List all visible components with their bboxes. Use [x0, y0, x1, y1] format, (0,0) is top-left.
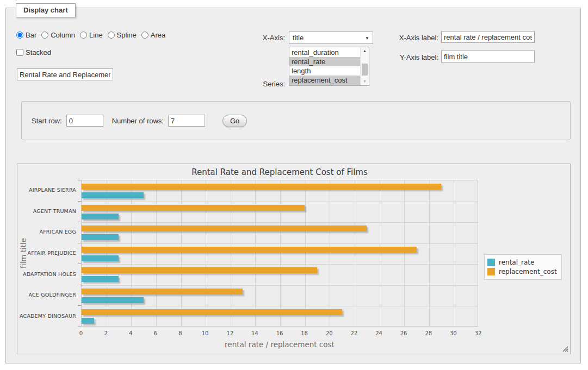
scroll-down-icon[interactable]: ▼ [361, 78, 369, 85]
y-tick-mark [78, 285, 81, 285]
y-tick-mark [78, 201, 81, 202]
x-tick-label: 4 [129, 330, 132, 336]
x-tick-label: 14 [251, 330, 258, 336]
gridline-vertical [380, 180, 380, 326]
gridline-horizontal [82, 243, 478, 244]
scroll-up-icon[interactable]: ▲ [361, 47, 369, 55]
x-axis-label-input[interactable] [441, 31, 535, 43]
chart-type-option-line[interactable]: Line [80, 31, 103, 39]
y-tick-label: AIRPLANE SIERRA [17, 187, 76, 193]
chart-type-radio-column[interactable] [41, 32, 48, 39]
gridline-vertical [404, 180, 405, 326]
gridline-vertical [355, 180, 355, 326]
chart-type-option-area[interactable]: Area [141, 31, 165, 39]
x-tick-label: 18 [301, 330, 308, 336]
y-axis-label-label: Y-Axis label: [380, 53, 438, 61]
y-tick-label: ADAPTATION HOLES [17, 271, 76, 277]
chart-title: Rental Rate and Replacement Cost of Film… [81, 167, 478, 177]
bar-rental_rate [82, 234, 119, 240]
bar-rental_rate [82, 297, 144, 303]
series-option-replacement-cost[interactable]: replacement_cost [289, 76, 360, 85]
gridline-vertical [107, 180, 107, 326]
gridline-horizontal [82, 306, 478, 306]
stacked-option[interactable]: Stacked [16, 48, 51, 57]
chart-type-radio-area[interactable] [141, 32, 148, 39]
x-tick-label: 16 [276, 330, 283, 336]
bar-replacement_cost [82, 205, 305, 211]
start-row-input[interactable] [66, 115, 103, 127]
chart-type-option-column[interactable]: Column [41, 31, 75, 39]
chart-title-input[interactable] [17, 68, 113, 80]
gridline-vertical [429, 180, 430, 326]
bar-rental_rate [82, 276, 119, 282]
gridline-vertical [330, 180, 330, 326]
series-option-length[interactable]: length [289, 66, 360, 76]
chart-container: Rental Rate and Replacement Cost of Film… [17, 164, 571, 354]
gridline-vertical [255, 180, 256, 326]
x-tick-label: 28 [425, 330, 432, 336]
number-of-rows-input[interactable] [168, 115, 205, 127]
x-tick-label: 6 [154, 330, 157, 336]
series-select-label: Series: [239, 80, 285, 88]
chart-type-label-column: Column [51, 31, 75, 39]
gridline-vertical [181, 180, 182, 326]
gridline-vertical [206, 180, 206, 326]
bar-replacement_cost [82, 225, 367, 231]
chart-type-radio-line[interactable] [80, 32, 87, 39]
x-axis-title: rental rate / replacement cost [81, 340, 478, 349]
bar-rental_rate [82, 192, 144, 198]
start-row-label: Start row: [32, 117, 62, 125]
resize-handle-icon[interactable] [562, 346, 568, 352]
series-option-rental-rate[interactable]: rental_rate [289, 57, 360, 66]
stacked-label: Stacked [26, 48, 51, 57]
x-axis-selected-value: title [293, 34, 304, 42]
bar-replacement_cost [82, 289, 243, 294]
chart-type-radio-spline[interactable] [108, 32, 115, 39]
gridline-horizontal [82, 202, 478, 202]
chart-type-option-bar[interactable]: Bar [16, 31, 36, 39]
y-tick-mark [78, 222, 81, 222]
y-tick-label: ACADEMY DINOSAUR [17, 313, 76, 319]
scrollbar-thumb[interactable] [362, 64, 368, 76]
gridline-horizontal [82, 222, 478, 223]
bar-replacement_cost [82, 247, 417, 253]
y-tick-mark [78, 305, 81, 306]
chart-type-option-spline[interactable]: Spline [108, 31, 137, 39]
stacked-row: Stacked [16, 48, 51, 57]
gridline-vertical [454, 180, 454, 326]
chart-type-label-line: Line [89, 31, 103, 39]
bar-rental_rate [82, 214, 119, 220]
x-tick-label: 20 [326, 330, 333, 336]
legend-label-replacement_cost: replacement_cost [499, 268, 557, 275]
y-tick-mark [78, 180, 81, 180]
gridline-horizontal [82, 285, 478, 286]
chart-type-label-bar: Bar [26, 31, 36, 39]
bar-replacement_cost [82, 309, 342, 315]
stacked-checkbox[interactable] [16, 49, 23, 56]
y-tick-label: AGENT TRUMAN [17, 208, 76, 214]
y-axis-label-input[interactable] [441, 51, 535, 62]
x-tick-label: 24 [375, 330, 382, 336]
go-button[interactable]: Go [222, 115, 247, 127]
x-tick-label: 2 [104, 330, 107, 336]
chart-type-radio-bar[interactable] [16, 32, 23, 39]
bar-replacement_cost [82, 184, 441, 190]
series-multiselect[interactable]: rental_duration rental_rate length repla… [289, 47, 369, 86]
bar-rental_rate [82, 318, 94, 324]
x-axis-select-label: X-Axis: [239, 34, 285, 42]
x-tick-label: 30 [450, 330, 457, 336]
x-tick-label: 26 [400, 330, 407, 336]
bar-replacement_cost [82, 267, 317, 273]
legend-item-replacement_cost: replacement_cost [487, 268, 557, 275]
x-axis-select[interactable]: title ▼ [289, 32, 373, 44]
legend-label-rental_rate: rental_rate [499, 259, 534, 266]
series-scrollbar[interactable]: ▲ ▼ [360, 47, 369, 85]
chevron-down-icon: ▼ [365, 36, 369, 41]
series-options: rental_duration rental_rate length repla… [289, 47, 360, 85]
display-chart-fieldset: Display chart Bar Column Line Spline Are… [5, 8, 581, 363]
legend-item-rental_rate: rental_rate [487, 259, 557, 266]
rows-fieldset: Start row: Number of rows: Go [21, 101, 571, 140]
series-option-rental-duration[interactable]: rental_duration [289, 48, 360, 57]
x-tick-label: 12 [226, 330, 233, 336]
chart-legend: rental_ratereplacement_cost [484, 254, 562, 280]
